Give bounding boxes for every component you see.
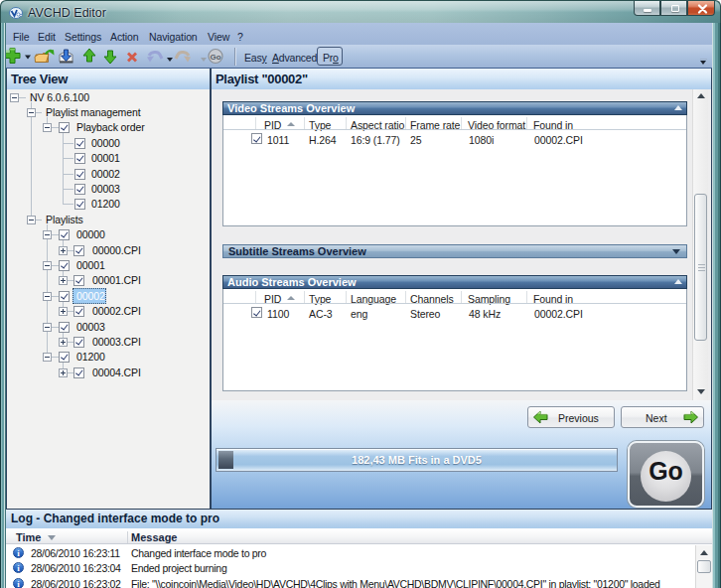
svg-text:Go: Go [210,53,220,62]
